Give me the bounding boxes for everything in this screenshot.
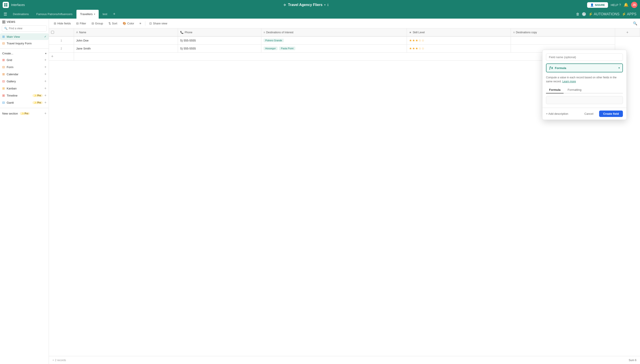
history-icon[interactable]: 🕐: [582, 12, 586, 16]
new-section-add-icon[interactable]: +: [45, 112, 47, 116]
add-tab-icon[interactable]: +: [111, 12, 117, 16]
field-description: Compute a value in each record based on …: [546, 76, 623, 84]
kanban-create-label: Kanban: [7, 87, 43, 90]
formula-type-icon: ƒx: [549, 66, 553, 70]
svg-rect-6: [3, 22, 4, 23]
tab-bar: ☰ Destinations Famous Patrons/Influencer…: [0, 10, 640, 19]
formula-tab-formatting[interactable]: Formatting: [564, 86, 584, 94]
automations-icon[interactable]: ⚡ AUTOMATIONS: [588, 12, 619, 16]
field-type-label: Formula: [555, 66, 617, 70]
popup-footer: + Add description Cancel Create field: [542, 108, 626, 120]
gallery-create-icon: ⊟: [2, 80, 5, 83]
create-gantt-item[interactable]: ⊟ Gantt ✨ Pro +: [0, 99, 49, 106]
create-calendar-item[interactable]: ⊞ Calendar +: [0, 70, 49, 78]
tab-bar-left: ☰ Destinations Famous Patrons/Influencer…: [2, 10, 576, 19]
info-icon[interactable]: ℹ: [327, 3, 328, 7]
field-name-input[interactable]: [546, 54, 623, 61]
new-section-item[interactable]: New section ✨ Pro +: [0, 110, 49, 117]
search-view-input[interactable]: [9, 27, 45, 30]
notifications-icon[interactable]: 🔔: [623, 2, 628, 7]
grid-create-label: Grid: [7, 58, 43, 62]
calendar-create-icon: ⊞: [2, 72, 5, 76]
cancel-button[interactable]: Cancel: [581, 110, 597, 117]
sidebar-item-main-view[interactable]: ⊞ Main View ✓: [0, 33, 49, 40]
tab-test-label: test: [103, 12, 107, 16]
gantt-add-icon[interactable]: +: [45, 100, 47, 104]
project-title: Travel Agency Fliers: [288, 3, 322, 7]
content-area: ⊟ Hide fields ⊟ Filter ⊟ Group ⇅ Sort 🎨 …: [49, 19, 640, 364]
gantt-create-icon: ⊟: [2, 101, 5, 104]
title-dropdown-icon[interactable]: ▾: [324, 3, 326, 6]
tab-destinations-label: Destinations: [13, 12, 29, 16]
sidebar-item-inquiry-form[interactable]: ⊟ Travel Inquiry Form: [0, 40, 49, 46]
sidebar: VIEWS 🔍 ⊞ Main View ✓ ⊟ Travel Inquiry F…: [0, 19, 49, 364]
create-chevron-icon: ▾: [45, 52, 47, 55]
calendar-create-label: Calendar: [7, 72, 43, 76]
popup-footer-right: Cancel Create field: [581, 110, 623, 117]
form-create-label: Form: [7, 66, 43, 69]
hamburger-icon[interactable]: ☰: [2, 10, 9, 18]
avatar[interactable]: JS: [631, 2, 637, 8]
create-grid-item[interactable]: ⊞ Grid +: [0, 56, 49, 64]
gallery-add-icon[interactable]: +: [45, 79, 47, 83]
views-label: VIEWS: [7, 20, 15, 24]
form-add-icon[interactable]: +: [45, 65, 47, 69]
gallery-create-label: Gallery: [7, 80, 43, 83]
timeline-create-icon: ⊠: [2, 94, 5, 97]
create-gallery-item[interactable]: ⊟ Gallery +: [0, 78, 49, 85]
plane-icon: ✈: [283, 3, 286, 7]
top-bar: Interfaces ✈ Travel Agency Fliers ▾ ℹ 👤 …: [0, 0, 640, 10]
timeline-pro-badge: ✨ Pro: [33, 94, 43, 97]
create-field-button[interactable]: Create field: [599, 110, 623, 117]
tab-destinations[interactable]: Destinations: [9, 10, 33, 19]
kanban-create-icon: ⊞: [2, 86, 5, 90]
tab-test[interactable]: test: [99, 10, 111, 19]
top-bar-center: ✈ Travel Agency Fliers ▾ ℹ: [283, 3, 328, 7]
help-label: HELP: [611, 3, 618, 7]
create-section-header[interactable]: Create... ▾: [0, 50, 49, 56]
formula-input[interactable]: [546, 96, 623, 104]
new-section-label: New section: [2, 112, 18, 115]
create-field-popup: ƒx Formula ▾ Compute a value in each rec…: [542, 50, 627, 120]
trash-icon[interactable]: 🗑: [576, 12, 580, 16]
gantt-pro-badge: ✨ Pro: [33, 101, 43, 104]
help-icon: ?: [619, 3, 621, 7]
main-layout: VIEWS 🔍 ⊞ Main View ✓ ⊟ Travel Inquiry F…: [0, 19, 640, 364]
app-logo[interactable]: [3, 2, 9, 8]
tab-travellers[interactable]: Travellers ▾: [76, 10, 99, 19]
svg-rect-1: [6, 3, 7, 5]
form-create-icon: ⊟: [2, 65, 5, 69]
create-label: Create...: [2, 52, 13, 55]
gantt-create-label: Gantt: [7, 101, 31, 104]
share-button[interactable]: 👤 SHARE: [587, 2, 608, 8]
field-type-chevron-icon: ▾: [618, 66, 620, 70]
apps-icon[interactable]: ⚡ APPS: [622, 12, 636, 16]
form-view-icon: ⊟: [2, 42, 5, 45]
create-kanban-item[interactable]: ⊞ Kanban +: [0, 85, 49, 92]
sidebar-divider-2: [0, 108, 49, 108]
formula-tab-formula[interactable]: Formula: [546, 86, 564, 94]
grid-view-icon: ⊞: [2, 35, 5, 38]
create-timeline-item[interactable]: ⊠ Timeline ✨ Pro +: [0, 92, 49, 99]
search-view-container: 🔍: [2, 25, 47, 32]
popup-body: ƒx Formula ▾ Compute a value in each rec…: [542, 50, 626, 108]
calendar-add-icon[interactable]: +: [45, 72, 47, 76]
grid-add-icon[interactable]: +: [45, 58, 47, 62]
main-view-label: Main View: [7, 35, 20, 38]
tab-famous-patrons[interactable]: Famous Patrons/Influencers: [33, 10, 76, 19]
tab-travellers-label: Travellers: [80, 12, 93, 16]
new-section-pro-badge: ✨ Pro: [20, 112, 30, 115]
field-type-selector[interactable]: ƒx Formula ▾: [546, 64, 623, 72]
help-link[interactable]: HELP ?: [611, 3, 621, 7]
create-form-item[interactable]: ⊟ Form +: [0, 64, 49, 70]
svg-rect-5: [4, 21, 5, 22]
top-bar-right: 👤 SHARE HELP ? 🔔 JS: [587, 2, 637, 8]
grid-create-icon: ⊞: [2, 58, 5, 62]
timeline-add-icon[interactable]: +: [45, 94, 47, 98]
formula-tabs: Formula Formatting: [546, 86, 623, 94]
app-name[interactable]: Interfaces: [11, 3, 25, 7]
learn-more-link[interactable]: Learn more: [562, 80, 576, 83]
tab-famous-label: Famous Patrons/Influencers: [37, 12, 73, 16]
add-description-link[interactable]: + Add description: [546, 112, 568, 116]
kanban-add-icon[interactable]: +: [45, 86, 47, 90]
